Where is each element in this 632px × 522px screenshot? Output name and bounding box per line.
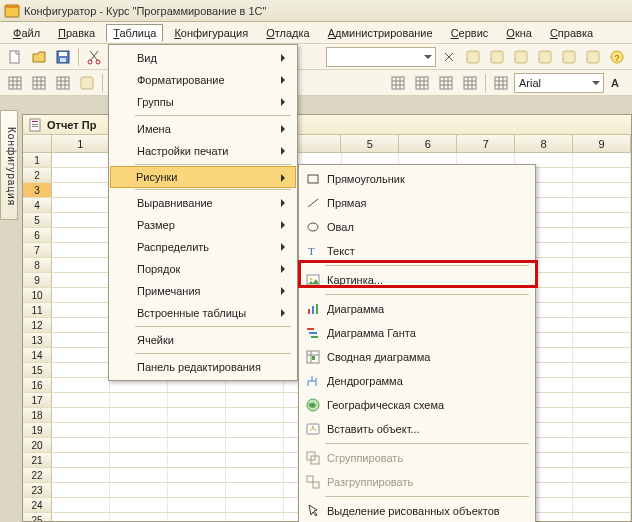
cell[interactable]	[168, 438, 226, 452]
menu-item[interactable]: Ячейки	[111, 329, 295, 351]
side-tab-config[interactable]: Конфигурация	[0, 110, 18, 220]
cell[interactable]	[52, 198, 110, 212]
cell[interactable]	[110, 498, 168, 512]
cell[interactable]	[52, 318, 110, 332]
cell[interactable]	[52, 408, 110, 422]
submenu-item[interactable]: Прямоугольник	[301, 167, 533, 191]
row-header[interactable]: 13	[23, 333, 52, 347]
row-header[interactable]: 22	[23, 468, 52, 482]
row-header[interactable]: 1	[23, 153, 52, 167]
cell[interactable]	[52, 183, 110, 197]
menu-конфигурация[interactable]: Конфигурация	[167, 24, 255, 42]
tb2-c[interactable]	[52, 72, 74, 94]
cell[interactable]	[52, 213, 110, 227]
row-header[interactable]: 11	[23, 303, 52, 317]
cell[interactable]	[226, 408, 284, 422]
menu-администрирование[interactable]: Администрирование	[321, 24, 440, 42]
row-header[interactable]: 21	[23, 453, 52, 467]
col-header[interactable]: 5	[341, 135, 399, 152]
cell[interactable]	[573, 348, 631, 362]
cell[interactable]	[168, 393, 226, 407]
row-header[interactable]: 10	[23, 288, 52, 302]
row-header[interactable]: 4	[23, 198, 52, 212]
menu-отладка[interactable]: Отладка	[259, 24, 317, 42]
row-header[interactable]: 3	[23, 183, 52, 197]
row-header[interactable]: 14	[23, 348, 52, 362]
cell[interactable]	[226, 393, 284, 407]
col-header[interactable]: 7	[457, 135, 515, 152]
menu-item[interactable]: Примечания	[111, 280, 295, 302]
tb-btn-e[interactable]	[558, 46, 580, 68]
tb2-border-c[interactable]	[435, 72, 457, 94]
tb-x[interactable]	[438, 46, 460, 68]
row-header[interactable]: 12	[23, 318, 52, 332]
row-header[interactable]: 6	[23, 228, 52, 242]
row-header[interactable]: 17	[23, 393, 52, 407]
menu-item[interactable]: Выравнивание	[111, 192, 295, 214]
tb2-a[interactable]	[4, 72, 26, 94]
cell[interactable]	[52, 453, 110, 467]
tb-btn-b[interactable]	[486, 46, 508, 68]
cell[interactable]	[52, 393, 110, 407]
submenu-item[interactable]: Географическая схема	[301, 393, 533, 417]
menu-item[interactable]: Распределить	[111, 236, 295, 258]
tb-btn-f[interactable]	[582, 46, 604, 68]
cell[interactable]	[52, 228, 110, 242]
tb2-border-d[interactable]	[459, 72, 481, 94]
cell[interactable]	[573, 183, 631, 197]
menu-item[interactable]: Вид	[111, 47, 295, 69]
cell[interactable]	[226, 498, 284, 512]
cell[interactable]	[168, 513, 226, 522]
menu-item[interactable]: Настройки печати	[111, 140, 295, 162]
menu-справка[interactable]: Справка	[543, 24, 600, 42]
cell[interactable]	[573, 213, 631, 227]
cell[interactable]	[573, 393, 631, 407]
cell[interactable]	[110, 438, 168, 452]
submenu-item[interactable]: Выделение рисованных объектов	[301, 499, 533, 522]
cell[interactable]	[52, 333, 110, 347]
submenu-item[interactable]: Овал	[301, 215, 533, 239]
tb2-tail[interactable]	[606, 72, 628, 94]
submenu-item[interactable]: Диаграмма Ганта	[301, 321, 533, 345]
row-header[interactable]: 8	[23, 258, 52, 272]
cell[interactable]	[573, 168, 631, 182]
col-header[interactable]: 6	[399, 135, 457, 152]
cell[interactable]	[573, 408, 631, 422]
tb-save[interactable]	[52, 46, 74, 68]
row-header[interactable]: 19	[23, 423, 52, 437]
cell[interactable]	[52, 348, 110, 362]
menu-окна[interactable]: Окна	[499, 24, 539, 42]
cell[interactable]	[226, 453, 284, 467]
cell[interactable]	[573, 453, 631, 467]
cell[interactable]	[168, 498, 226, 512]
cell[interactable]	[52, 438, 110, 452]
row-header[interactable]: 15	[23, 363, 52, 377]
row-header[interactable]: 9	[23, 273, 52, 287]
col-header[interactable]: 8	[515, 135, 573, 152]
tb2-border-a[interactable]	[387, 72, 409, 94]
cell[interactable]	[168, 408, 226, 422]
menu-item[interactable]: Встроенные таблицы	[111, 302, 295, 324]
menu-item[interactable]: Имена	[111, 118, 295, 140]
row-header[interactable]: 16	[23, 378, 52, 392]
tb-open[interactable]	[28, 46, 50, 68]
cell[interactable]	[110, 483, 168, 497]
menu-правка[interactable]: Правка	[51, 24, 102, 42]
col-header[interactable]: 1	[52, 135, 110, 152]
row-header[interactable]: 25	[23, 513, 52, 522]
tb2-border-style[interactable]	[490, 72, 512, 94]
cell[interactable]	[52, 258, 110, 272]
tb-cut[interactable]	[83, 46, 105, 68]
cell[interactable]	[573, 513, 631, 522]
submenu-item[interactable]: Картинка...	[301, 268, 533, 292]
cell[interactable]	[573, 363, 631, 377]
col-header[interactable]: 9	[573, 135, 631, 152]
tb-btn-d[interactable]	[534, 46, 556, 68]
row-header[interactable]: 24	[23, 498, 52, 512]
cell[interactable]	[573, 483, 631, 497]
submenu-item[interactable]: Прямая	[301, 191, 533, 215]
tb2-border-b[interactable]	[411, 72, 433, 94]
submenu-item[interactable]: Дендрограмма	[301, 369, 533, 393]
cell[interactable]	[168, 468, 226, 482]
cell[interactable]	[226, 438, 284, 452]
